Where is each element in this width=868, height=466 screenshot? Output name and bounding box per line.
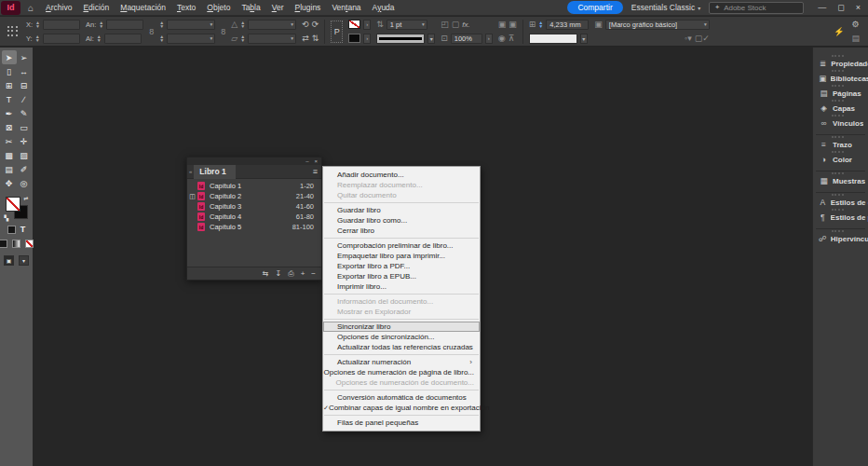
- free-transform-tool-icon[interactable]: ✛: [17, 134, 32, 148]
- pencil-tool-icon[interactable]: ✎: [17, 106, 32, 120]
- preview-fill-chevron[interactable]: ▾: [580, 34, 588, 44]
- menu-archivo[interactable]: Archivo: [40, 0, 77, 16]
- dock-panel-trazo[interactable]: ≡Trazo: [813, 139, 868, 150]
- note-tool-icon[interactable]: ▤: [2, 162, 17, 176]
- eyedropper-tool-icon[interactable]: ✐: [17, 162, 32, 176]
- menu-item-comprobacion-preliminar-de-libro[interactable]: Comprobación preliminar de libro...: [323, 240, 480, 251]
- dock-panel-muestras[interactable]: ▦Muestras: [813, 175, 868, 186]
- stroke-color-swatch-none[interactable]: [348, 20, 360, 29]
- panel-menu-icon[interactable]: ≡: [313, 167, 321, 176]
- type-tool-icon[interactable]: T: [2, 92, 17, 106]
- home-icon[interactable]: ⌂: [28, 3, 34, 13]
- book-panel-tab[interactable]: Libro 1: [194, 165, 235, 179]
- constrain-dimensions-icon[interactable]: 8: [149, 27, 154, 36]
- book-document-row[interactable]: IdCapítulo 341-60: [187, 201, 321, 212]
- book-document-row[interactable]: IdCapítulo 11-20: [187, 181, 321, 191]
- scissors-tool-icon[interactable]: ✂: [2, 134, 17, 148]
- content-placer-tool-icon[interactable]: ⊟: [17, 78, 32, 92]
- rectangle-frame-tool-icon[interactable]: ⊠: [2, 120, 17, 134]
- rotation-angle-dropdown[interactable]: ▾: [248, 20, 296, 30]
- fill-color-more-button[interactable]: ›: [363, 34, 371, 44]
- menu-ventana[interactable]: Ventana: [326, 0, 366, 16]
- style-clear-icon[interactable]: ▢✓: [695, 34, 710, 43]
- menu-ayuda[interactable]: Ayuda: [367, 0, 400, 16]
- menu-item-actualizar-numeracion[interactable]: Actualizar numeración›: [323, 357, 480, 367]
- scale-x-dropdown[interactable]: ▾: [167, 20, 215, 30]
- restore-window-icon[interactable]: ◻: [837, 3, 844, 12]
- menu-item-filas-de-panel-pequenas[interactable]: Filas de panel pequeñas: [323, 418, 480, 428]
- dock-panel-propiedades[interactable]: ≣Propiedades: [813, 58, 868, 69]
- panel-grid-icon[interactable]: ▤: [851, 34, 860, 43]
- menu-item-actualizar-todas-las-referencias-cruzadas[interactable]: Actualizar todas las referencias cruzada…: [323, 342, 480, 352]
- workspace-switcher[interactable]: Essentials Classic ▾: [631, 3, 701, 12]
- gradient-feather-tool-icon[interactable]: ▨: [17, 148, 32, 162]
- opacity-field[interactable]: 100%: [451, 34, 482, 44]
- menu-item-opciones-de-numeracion-de-pagina-de-libro[interactable]: Opciones de numeración de página de libr…: [323, 367, 480, 377]
- menu-item-cerrar-libro[interactable]: Cerrar libro: [323, 226, 480, 236]
- menu-item-guardar-libro[interactable]: Guardar libro: [323, 205, 480, 215]
- height-field[interactable]: [104, 34, 142, 44]
- book-document-row[interactable]: ◫IdCapítulo 221-40: [187, 191, 321, 201]
- apply-color-icon[interactable]: [0, 240, 7, 248]
- wrap-none-icon[interactable]: ▣: [498, 20, 507, 29]
- swap-fill-stroke-icon[interactable]: ⇄: [23, 195, 28, 201]
- gap-value-field[interactable]: 4,233 mm: [546, 20, 589, 30]
- control-bar-gear-icon[interactable]: ⚙: [851, 20, 859, 29]
- menu-item-sincronizar-libro[interactable]: Sincronizar libro: [323, 322, 480, 332]
- dock-panel-vinculos[interactable]: ∞Vínculos: [813, 117, 868, 129]
- reference-point-proxy[interactable]: [7, 25, 19, 37]
- zoom-tool-icon[interactable]: ◎: [17, 176, 32, 190]
- preview-fill-dropdown[interactable]: [529, 34, 577, 44]
- fill-stroke-proxy[interactable]: ⇄ ▚: [6, 197, 28, 219]
- share-button[interactable]: Compartir: [567, 1, 622, 14]
- rotate-cw-icon[interactable]: ⟳: [312, 20, 319, 29]
- hand-tool-icon[interactable]: ✥: [2, 176, 17, 190]
- dock-panel-paginas[interactable]: ▤Páginas: [813, 88, 868, 99]
- y-position-field[interactable]: [43, 34, 80, 44]
- x-position-field[interactable]: [43, 20, 80, 30]
- scale-y-dropdown[interactable]: ▾: [167, 34, 215, 44]
- drop-shadow-icon[interactable]: ◉: [498, 34, 506, 43]
- formatting-affects-text-icon[interactable]: T: [20, 225, 26, 234]
- selection-tool-icon[interactable]: ➤: [2, 50, 17, 64]
- book-document-row[interactable]: IdCapítulo 461-80: [187, 212, 321, 222]
- dock-panel-bibliotecas[interactable]: ▣Bibliotecas ...: [813, 73, 868, 84]
- menu-plugins[interactable]: Plugins: [289, 0, 326, 16]
- formatting-affects-container-icon[interactable]: [7, 226, 16, 234]
- adobe-stock-search-input[interactable]: ✦ Adobe Stock: [709, 2, 804, 14]
- flip-horizontal-icon[interactable]: ⇄: [302, 34, 309, 43]
- wrap-bounding-icon[interactable]: ▣: [509, 20, 517, 29]
- gap-tool-icon[interactable]: ↔: [17, 64, 32, 78]
- menu-item-imprimir-libro[interactable]: Imprimir libro...: [323, 281, 480, 292]
- shear-angle-dropdown[interactable]: ▾: [248, 34, 296, 44]
- menu-item-empaquetar-libro-para-imprimir[interactable]: Empaquetar libro para imprimir...: [323, 251, 480, 261]
- corner-shape-icon[interactable]: ▢: [452, 20, 460, 29]
- save-book-icon[interactable]: ↧: [276, 270, 282, 278]
- menu-item-exportar-libro-a-epub[interactable]: Exportar libro a EPUB...: [323, 271, 480, 281]
- remove-document-icon[interactable]: −: [311, 270, 316, 278]
- gradient-swatch-tool-icon[interactable]: ▩: [2, 148, 17, 162]
- constrain-scale-icon[interactable]: 8: [221, 27, 225, 36]
- corner-options-icon[interactable]: ◰: [441, 20, 449, 29]
- panel-close-icon[interactable]: ×: [314, 158, 318, 164]
- apply-none-icon[interactable]: [25, 240, 34, 248]
- menu-item-combinar-capas-de-igual-nombre-en-exportacion[interactable]: ✓Combinar capas de igual nombre en expor…: [323, 403, 480, 413]
- menu-objeto[interactable]: Objeto: [201, 0, 236, 16]
- panel-minimize-icon[interactable]: –: [305, 158, 308, 164]
- menu-item-exportar-libro-a-pdf[interactable]: Exportar libro a PDF...: [323, 261, 480, 271]
- flip-vertical-icon[interactable]: ⇅: [312, 34, 319, 43]
- collapse-panel-icon[interactable]: «: [187, 169, 194, 174]
- menu-tabla[interactable]: Tabla: [236, 0, 265, 16]
- dock-panel-capas[interactable]: ◈Capas: [813, 103, 868, 114]
- stroke-color-more-button[interactable]: ›: [363, 20, 371, 30]
- book-document-row[interactable]: IdCapítulo 581-100: [187, 222, 321, 232]
- stroke-style-chevron[interactable]: ▾: [427, 34, 435, 44]
- menu-edicion[interactable]: Edición: [77, 0, 115, 16]
- dock-panel-color[interactable]: ◑Color: [813, 154, 868, 165]
- object-style-dropdown[interactable]: [Marco gráfico básico]▾: [605, 20, 710, 30]
- dock-panel-estilos-de-caracter[interactable]: AEstilos de c...: [813, 197, 868, 208]
- screen-mode-preview-icon[interactable]: ▾: [19, 255, 29, 266]
- screen-mode-normal-icon[interactable]: ▣: [4, 255, 14, 266]
- dock-panel-hipervinculos[interactable]: ☍Hipervíncul...: [813, 233, 868, 244]
- apply-gradient-icon[interactable]: [12, 240, 20, 248]
